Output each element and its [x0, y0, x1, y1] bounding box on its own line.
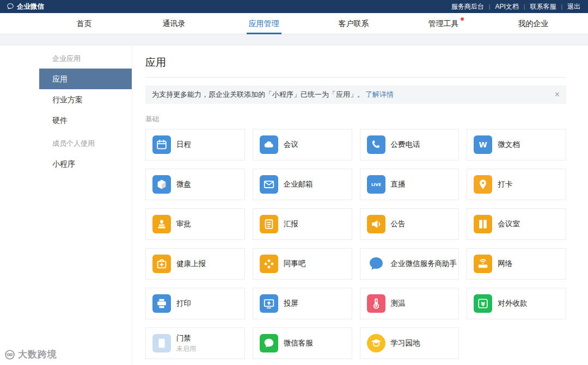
app-label: 微文档 — [498, 140, 520, 150]
tab-label: 管理工具 — [428, 13, 459, 34]
app-card-external-payment[interactable]: 对外收款 — [467, 288, 566, 319]
wecom-logo-icon — [7, 3, 14, 10]
learn-more-link[interactable]: 了解详情 — [365, 90, 394, 100]
tab-label: 我的企业 — [518, 13, 549, 34]
app-label: 打卡 — [498, 180, 512, 189]
app-card-live[interactable]: 直播 — [360, 169, 460, 200]
watermark: 大数跨境 — [4, 348, 57, 361]
app-card-door-access[interactable]: 门禁未启用 — [145, 327, 245, 359]
close-icon[interactable]: × — [555, 90, 560, 99]
sidebar-item-apps[interactable]: 应用 — [39, 69, 132, 89]
app-label: 公告 — [391, 219, 406, 229]
topbar-link-provider-console[interactable]: 服务商后台 — [451, 2, 484, 11]
app-label: 投屏 — [284, 299, 298, 308]
tab-my-company[interactable]: 我的企业 — [488, 13, 578, 34]
kf-bubble-icon — [260, 334, 278, 352]
brand: 企业微信 — [7, 2, 44, 11]
room-icon — [474, 215, 492, 233]
notification-dot — [461, 17, 464, 21]
sidebar: 企业应用应用行业方案硬件成员个人使用小程序 — [39, 46, 132, 365]
topbar-divider: | — [489, 4, 491, 10]
sidebar-item-hardware[interactable]: 硬件 — [39, 110, 132, 131]
topbar: 企业微信 服务商后台|API文档|联系客服|退出 — [0, 0, 588, 13]
app-label: 健康上报 — [176, 259, 206, 269]
app-label: 微盘 — [176, 180, 191, 189]
app-label: 打印 — [176, 299, 191, 308]
main-panel: 应用 为支持更多能力，原企业关联添加的「小程序」已统一为「应用」。 了解详情 ×… — [132, 46, 588, 365]
app-card-screen-cast[interactable]: 投屏 — [253, 288, 352, 319]
tab-app-management[interactable]: 应用管理 — [219, 13, 309, 34]
app-card-print[interactable]: 打印 — [145, 288, 245, 319]
notice-banner: 为支持更多能力，原企业关联添加的「小程序」已统一为「应用」。 了解详情 × — [145, 85, 566, 104]
topbar-link-contact-support[interactable]: 联系客服 — [530, 2, 556, 11]
tab-home[interactable]: 首页 — [39, 13, 129, 34]
calendar-icon — [152, 135, 171, 154]
study-icon — [367, 334, 385, 352]
app-card-wedrive[interactable]: 微盘 — [145, 169, 245, 200]
topbar-links: 服务商后台|API文档|联系客服|退出 — [451, 2, 580, 11]
app-card-meeting-room[interactable]: 会议室 — [467, 208, 566, 240]
app-card-approval[interactable]: 审批 — [145, 208, 245, 240]
app-label: 网络 — [498, 259, 512, 269]
app-card-checkin[interactable]: 打卡 — [467, 169, 566, 200]
meeting-icon — [260, 135, 278, 154]
tab-label: 客户联系 — [339, 13, 369, 34]
app-card-temperature[interactable]: 测温 — [360, 288, 460, 319]
app-card-study-garden[interactable]: 学习园地 — [360, 327, 460, 359]
app-card-free-call[interactable]: 公费电话 — [360, 129, 460, 160]
sidebar-section-label: 企业应用 — [39, 46, 132, 69]
topbar-link-api-docs[interactable]: API文档 — [495, 2, 518, 11]
drive-icon — [152, 175, 171, 194]
content-top-strip — [0, 34, 588, 46]
app-card-wechat-kf[interactable]: 微信客服 — [253, 327, 352, 359]
megaphone-icon — [367, 215, 385, 233]
app-card-schedule[interactable]: 日程 — [145, 129, 245, 160]
app-card-provider-assistant[interactable]: 企业微信服务商助手 — [360, 248, 460, 280]
app-card-colleague-bar[interactable]: 同事吧 — [253, 248, 352, 280]
app-card-wedoc[interactable]: 微文档 — [467, 129, 566, 160]
watermark-logo-icon — [4, 349, 15, 360]
main-nav: 首页通讯录应用管理客户联系管理工具我的企业 — [0, 13, 588, 34]
app-card-corp-mail[interactable]: 企业邮箱 — [253, 169, 352, 200]
app-label: 学习园地 — [391, 338, 420, 348]
printer-icon — [152, 294, 171, 313]
health-icon — [152, 255, 171, 273]
app-card-network[interactable]: 网络 — [467, 248, 566, 280]
notice-text: 为支持更多能力，原企业关联添加的「小程序」已统一为「应用」。 — [152, 90, 364, 100]
tab-label: 应用管理 — [249, 13, 279, 34]
app-label: 企业邮箱 — [284, 180, 313, 189]
app-label: 直播 — [391, 180, 406, 189]
app-label: 公费电话 — [391, 140, 420, 150]
report-icon — [260, 215, 278, 233]
door-icon — [152, 334, 171, 352]
tab-customer-contact[interactable]: 客户联系 — [309, 13, 399, 34]
app-label: 会议 — [284, 140, 298, 150]
stamp-icon — [152, 215, 171, 233]
app-card-health-report[interactable]: 健康上报 — [145, 248, 245, 280]
sidebar-item-industry-solutions[interactable]: 行业方案 — [39, 89, 132, 110]
network-icon — [474, 255, 492, 273]
tab-label: 通讯录 — [163, 13, 186, 34]
mail-icon — [260, 175, 278, 194]
watermark-text: 大数跨境 — [18, 348, 57, 361]
tab-contacts[interactable]: 通讯录 — [129, 13, 219, 34]
page-title: 应用 — [145, 55, 566, 78]
app-card-meeting[interactable]: 会议 — [253, 129, 352, 160]
topbar-link-logout[interactable]: 退出 — [567, 2, 580, 11]
app-card-report[interactable]: 汇报 — [253, 208, 352, 240]
phone-icon — [367, 135, 385, 154]
app-label: 审批 — [176, 219, 191, 229]
app-label: 企业微信服务商助手 — [391, 259, 457, 269]
app-label: 汇报 — [284, 219, 298, 229]
app-label: 测温 — [391, 299, 406, 308]
cast-icon — [260, 294, 278, 313]
app-group-label: 基础 — [145, 115, 566, 124]
pin-icon — [474, 175, 492, 194]
tab-label: 首页 — [77, 13, 92, 34]
sidebar-item-mini-programs[interactable]: 小程序 — [39, 153, 132, 174]
topbar-divider: | — [561, 4, 562, 10]
tab-admin-tools[interactable]: 管理工具 — [399, 13, 488, 34]
sidebar-section-label: 成员个人使用 — [39, 131, 132, 153]
app-label: 对外收款 — [498, 299, 527, 308]
app-card-announcement[interactable]: 公告 — [360, 208, 460, 240]
